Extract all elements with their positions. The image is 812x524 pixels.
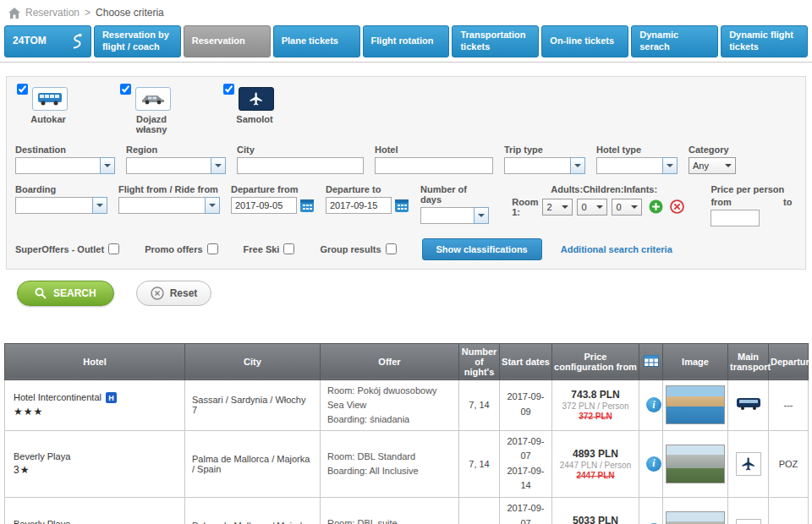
hotel-image[interactable] [666, 511, 725, 524]
col-image[interactable]: Image [663, 343, 728, 379]
infants-select[interactable]: 0 [612, 199, 642, 216]
col-price-table[interactable] [639, 343, 663, 379]
col-departure[interactable]: Departure [769, 343, 809, 379]
hotel-image[interactable] [666, 385, 725, 424]
remove-room-icon[interactable] [670, 199, 684, 214]
samolot-checkbox[interactable] [223, 84, 234, 95]
free-ski-option: Free Ski [244, 243, 295, 254]
price-old: 2447 PLN [559, 471, 632, 480]
adults-select[interactable]: 2 [542, 199, 573, 216]
category-field: Category Any [689, 145, 736, 174]
hotel-name[interactable]: Beverly Playa [14, 519, 178, 524]
group-results-option: Group results [320, 243, 396, 254]
tab-reservation-by-flight[interactable]: Reservation by flight / coach [94, 25, 181, 57]
info-icon[interactable]: i [646, 397, 661, 412]
coach-icon [736, 397, 761, 411]
number-of-days-field: Number of days [420, 184, 489, 224]
offer-boarding: Boarding: All Inclusive [327, 464, 452, 478]
transport-options: Autokar Dojazd własny Samolot [15, 84, 797, 134]
region-input[interactable] [126, 157, 211, 174]
price-total: 743.8 PLN [559, 389, 632, 401]
group-results-checkbox[interactable] [386, 243, 397, 254]
chevron-down-icon[interactable] [474, 207, 489, 224]
children-select[interactable]: 0 [577, 199, 607, 216]
category-select[interactable]: Any [689, 157, 736, 174]
nights-cell: 7, 14 [459, 379, 500, 430]
col-nights[interactable]: Number of night's [459, 343, 500, 379]
breadcrumb-page: Choose criteria [96, 7, 164, 19]
chevron-down-icon[interactable] [211, 157, 226, 174]
price-from-input[interactable] [710, 210, 760, 227]
tab-reservation[interactable]: Reservation [184, 25, 271, 57]
departure-from-input[interactable] [231, 197, 297, 214]
table-row[interactable]: Beverly Playa 3★ Palma de Mallorca / Maj… [5, 430, 809, 497]
plane-icon [239, 87, 274, 111]
tab-dynamic-flight-tickets[interactable]: Dynamic flight tickets [721, 25, 808, 57]
boarding-field: Boarding [15, 184, 107, 214]
additional-search-criteria-link[interactable]: Additional search criteria [561, 244, 672, 254]
main-nav: 24TOM Reservation by flight / coach Rese… [0, 23, 812, 63]
price-to-label: to [783, 197, 792, 207]
tab-dynamic-search[interactable]: Dynamic serach [631, 25, 718, 57]
nights-cell: 7, 14 [459, 498, 500, 524]
col-start-dates[interactable]: Start dates [500, 343, 552, 379]
col-hotel[interactable]: Hotel [5, 343, 185, 379]
boarding-input[interactable] [15, 197, 92, 214]
promo-offers-checkbox[interactable] [207, 243, 218, 254]
col-city[interactable]: City [185, 343, 321, 379]
chevron-down-icon[interactable] [92, 197, 107, 214]
city-cell: Palma de Mallorca / Majorka / Spain [185, 430, 321, 497]
calendar-icon[interactable] [394, 198, 409, 213]
info-icon[interactable]: i [646, 456, 661, 472]
hotel-name[interactable]: Hotel Intercontinental [14, 392, 102, 402]
table-row[interactable]: Hotel IntercontinentalH ★★★ Sassari / Sa… [5, 379, 809, 430]
calendar-icon[interactable] [299, 198, 315, 213]
tab-transportation-tickets[interactable]: Transportation tickets [452, 25, 539, 57]
search-icon [35, 287, 47, 299]
departure-to-field: Departure to [326, 184, 409, 214]
tab-flight-rotation[interactable]: Flight rotation [363, 25, 450, 57]
plane-icon [736, 452, 761, 476]
tab-brand[interactable]: 24TOM [4, 25, 91, 57]
col-offer[interactable]: Offer [321, 343, 459, 379]
dojazd-wlasny-checkbox[interactable] [120, 84, 131, 95]
h-badge: H [106, 392, 117, 403]
chevron-down-icon[interactable] [662, 157, 678, 174]
tab-online-tickets[interactable]: On-line tickets [541, 25, 628, 57]
chevron-down-icon[interactable] [205, 197, 220, 214]
price-total: 5033 PLN [559, 515, 632, 524]
home-icon[interactable] [8, 8, 20, 19]
destination-field: Destination [15, 145, 115, 174]
table-row[interactable]: Beverly Playa 3★ Palma de Mallorca / Maj… [5, 498, 809, 524]
col-transport[interactable]: Main transport [728, 343, 769, 379]
city-input[interactable] [237, 157, 364, 174]
actions-bar: SEARCH Reset [17, 281, 812, 306]
breadcrumb: Reservation > Choose criteria [0, 0, 812, 23]
trip-type-input[interactable] [504, 157, 570, 174]
departure-to-input[interactable] [326, 197, 392, 214]
hotel-image[interactable] [666, 445, 725, 483]
superoffers-outlet-checkbox[interactable] [108, 243, 119, 254]
reset-button[interactable]: Reset [136, 281, 212, 306]
col-price[interactable]: Price configuration from [552, 343, 639, 379]
superoffers-outlet-option: SuperOffers - Outlet [15, 243, 119, 254]
autokar-checkbox[interactable] [17, 84, 28, 95]
show-classifications-button[interactable]: Show classifications [422, 238, 542, 260]
breadcrumb-section[interactable]: Reservation [25, 7, 80, 19]
start-date: 2017-09-14 [507, 464, 545, 494]
chevron-down-icon[interactable] [570, 157, 585, 174]
hotel-input[interactable] [375, 157, 493, 174]
number-of-days-input[interactable] [420, 207, 474, 224]
tab-plane-tickets[interactable]: Plane tickets [273, 25, 360, 57]
destination-input[interactable] [15, 157, 100, 174]
hotel-name[interactable]: Beverly Playa [14, 451, 178, 461]
transport-option-samolot: Samolot [223, 84, 304, 134]
flight-from-input[interactable] [118, 197, 205, 214]
hotel-type-input[interactable] [596, 157, 662, 174]
price-from-label: from [710, 197, 731, 207]
add-room-icon[interactable] [649, 199, 663, 214]
search-button[interactable]: SEARCH [17, 281, 114, 306]
room-configuration: Adults:Children:Infants: Room 1: 2 0 0 [512, 184, 684, 217]
chevron-down-icon[interactable] [100, 157, 115, 174]
free-ski-checkbox[interactable] [283, 243, 294, 254]
